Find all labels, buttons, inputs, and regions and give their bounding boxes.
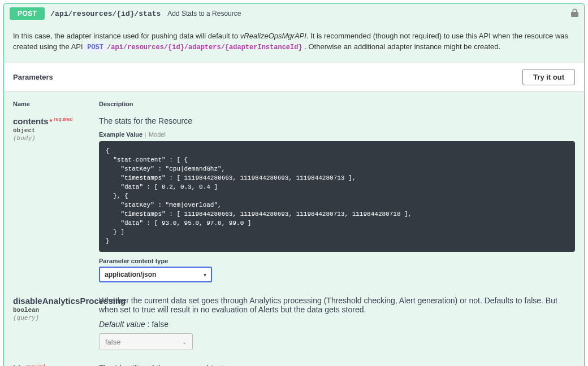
param-name: id	[13, 364, 20, 366]
required-label: required	[26, 364, 45, 366]
parameters-bar: Parameters Try it out	[4, 63, 584, 91]
param-type: object	[13, 127, 99, 134]
param-desc: The stats for the Resource	[99, 116, 575, 125]
param-in: (body)	[13, 135, 99, 142]
tab-model[interactable]: Model	[149, 131, 166, 138]
operation-header[interactable]: POST /api/resources/{id}/stats Add Stats…	[4, 4, 584, 23]
desc-default-adapter: vRealizeOpsMgrAPI	[240, 32, 306, 40]
chevron-down-icon: ▾	[204, 271, 206, 277]
example-code[interactable]: { "stat-content" : [ { "statKey" : "cpu|…	[99, 141, 575, 251]
tab-example-value[interactable]: Example Value	[99, 131, 142, 138]
boolean-select-value: false	[105, 337, 120, 346]
param-desc: Whether the current data set goes throug…	[99, 296, 575, 314]
param-name: contents	[13, 116, 49, 126]
operation-summary: Add Stats to a Resource	[167, 10, 241, 18]
chevron-down-icon: ⌄	[182, 338, 187, 345]
col-header-name: Name	[13, 101, 99, 107]
operation-path: /api/resources/{id}/stats	[50, 10, 161, 18]
default-value-line: Default value : false	[99, 320, 575, 329]
desc-suffix: . Otherwise an additional adapter instan…	[302, 42, 501, 51]
param-row-id: id*required string($uuid) (path) The Ide…	[13, 364, 575, 366]
ref-path: /api/resources/{id}/adapters/{adapterIns…	[107, 43, 302, 51]
boolean-select[interactable]: false ⌄	[99, 333, 193, 350]
content-type-value: application/json	[105, 271, 156, 278]
ref-method: POST	[85, 43, 106, 52]
required-label: required	[54, 116, 73, 122]
param-row-disable-analytics: disableAnalyticsProcessing boolean (quer…	[13, 296, 575, 350]
param-desc: The Identifier of the resource object	[99, 364, 575, 366]
try-it-out-button[interactable]: Try it out	[522, 69, 575, 85]
parameters-title: Parameters	[13, 73, 53, 81]
param-type: boolean	[13, 307, 99, 313]
content-type-select[interactable]: application/json ▾	[99, 267, 212, 282]
lock-icon[interactable]	[571, 8, 578, 19]
operation-description: In this case, the adapter instance used …	[4, 23, 584, 63]
required-star: *	[50, 117, 53, 126]
param-in: (query)	[13, 315, 99, 321]
desc-prefix: In this case, the adapter instance used …	[13, 32, 240, 40]
operation-block: POST /api/resources/{id}/stats Add Stats…	[3, 3, 585, 366]
param-row-contents: contents*required object (body) The stat…	[13, 116, 575, 282]
method-badge: POST	[10, 7, 45, 20]
param-content-type-label: Parameter content type	[99, 258, 575, 264]
desc-ref-api: POST/api/resources/{id}/adapters/{adapte…	[85, 43, 302, 51]
param-name: disableAnalyticsProcessing	[13, 296, 99, 306]
col-header-description: Description	[99, 101, 575, 107]
